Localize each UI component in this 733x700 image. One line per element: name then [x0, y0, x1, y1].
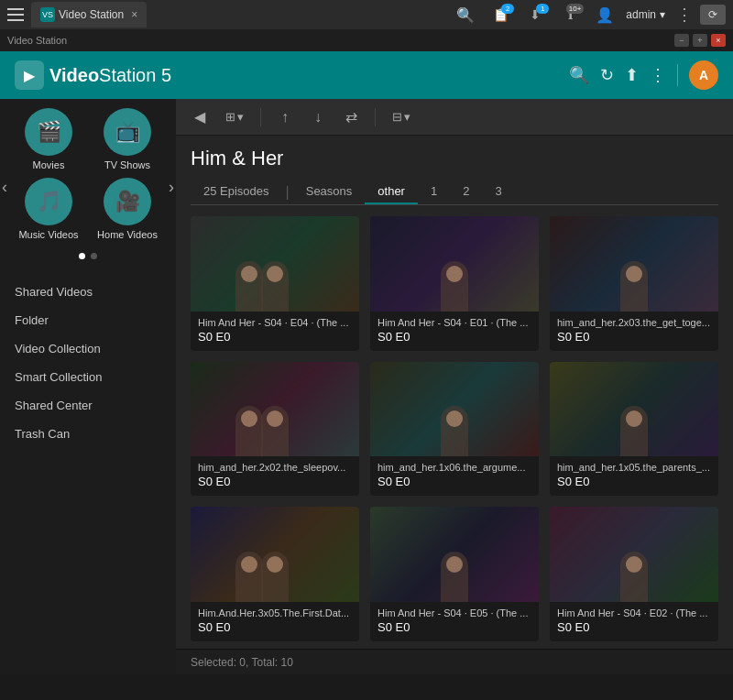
- video-name: Him.And.Her.3x05.The.First.Dat...: [198, 607, 352, 618]
- app-header-actions: 🔍 ↻ ⬆ ⋮ A: [569, 60, 718, 90]
- video-card[interactable]: him_and_her.2x03.the_get_toge...S0 E0: [550, 216, 718, 351]
- app-header: ▶ VideoStation 5 🔍 ↻ ⬆ ⋮ A: [0, 51, 733, 99]
- os-search-button[interactable]: 🔍: [452, 4, 479, 26]
- minimize-button[interactable]: −: [674, 34, 689, 47]
- video-info: Him And Her - S04 · E02 · (The ...S0 E0: [550, 602, 718, 641]
- video-episode: S0 E0: [557, 330, 711, 344]
- sidebar-dots: [79, 253, 97, 259]
- os-more-button[interactable]: ⋮: [676, 5, 693, 25]
- video-info: Him And Her - S04 · E04 · (The ...S0 E0: [191, 312, 359, 351]
- close-button[interactable]: ×: [711, 34, 726, 47]
- header-user-avatar[interactable]: A: [689, 60, 718, 90]
- sidebar-video-collection[interactable]: Video Collection: [0, 334, 176, 363]
- tab-season-1[interactable]: 1: [418, 180, 450, 204]
- sidebar-folder[interactable]: Folder: [0, 306, 176, 334]
- video-thumbnail: [550, 362, 718, 457]
- view-mode-button[interactable]: ⊟ ▾: [387, 107, 416, 126]
- video-info: Him And Her - S04 · E05 · (The ...S0 E0: [370, 602, 539, 641]
- hamburger-menu[interactable]: [7, 8, 24, 21]
- os-user-icon[interactable]: 👤: [591, 4, 618, 26]
- status-bar: Selected: 0, Total: 10: [176, 649, 733, 674]
- sidebar-item-movies[interactable]: 🎬 Movies: [16, 108, 81, 170]
- header-upload-button[interactable]: ⬆: [625, 65, 639, 85]
- dot-1: [79, 253, 85, 259]
- toolbar: ◀ ⊞ ▾ ↑ ↓ ⇄ ⊟ ▾: [176, 99, 733, 136]
- music-videos-icon: 🎵: [25, 178, 72, 225]
- video-card[interactable]: Him And Her - S04 · E01 · (The ...S0 E0: [370, 216, 539, 351]
- header-more-button[interactable]: ⋮: [650, 65, 666, 85]
- video-episode: S0 E0: [557, 475, 711, 488]
- video-thumbnail: [191, 362, 359, 457]
- app-tab[interactable]: VS Video Station ×: [31, 2, 147, 27]
- tab-season-2[interactable]: 2: [450, 180, 482, 204]
- sidebar-shared-videos[interactable]: Shared Videos: [0, 278, 176, 306]
- content-header: Him & Her 25 Episodes | Seasons other 1 …: [176, 136, 733, 205]
- synology-button[interactable]: ⟳: [700, 5, 726, 25]
- sidebar-prev-button[interactable]: ‹: [2, 177, 7, 196]
- video-info: Him And Her - S04 · E01 · (The ...S0 E0: [370, 312, 539, 351]
- video-card[interactable]: him_and_her.1x05.the_parents_...S0 E0: [550, 362, 718, 497]
- toolbar-separator-1: [260, 108, 261, 126]
- status-text: Selected: 0, Total: 10: [191, 656, 293, 669]
- video-card[interactable]: Him And Her - S04 · E02 · (The ...S0 E0: [550, 507, 718, 641]
- back-button[interactable]: ◀: [187, 104, 213, 130]
- header-divider: [677, 64, 678, 86]
- os-notification-1[interactable]: 📋 2: [487, 4, 514, 26]
- grid-dropdown-icon: ▾: [237, 110, 244, 124]
- video-card[interactable]: Him And Her - S04 · E05 · (The ...S0 E0: [370, 507, 539, 641]
- os-bar: VS Video Station × 🔍 📋 2 ⬇ 1 ℹ 10+ 👤 adm…: [0, 0, 733, 29]
- tab-close-button[interactable]: ×: [131, 8, 137, 21]
- sidebar-smart-collection[interactable]: Smart Collection: [0, 363, 176, 391]
- os-notification-2[interactable]: ⬇ 1: [521, 4, 549, 26]
- sidebar-icon-row-2: 🎵 Music Videos 🎥 Home Videos: [16, 178, 159, 240]
- video-thumbnail: [191, 216, 359, 312]
- sidebar-item-tv-shows[interactable]: 📺 TV Shows: [95, 108, 159, 170]
- video-info: him_and_her.1x06.the_argume...S0 E0: [370, 456, 539, 496]
- tab-seasons[interactable]: Seasons: [293, 180, 366, 204]
- grid-icon: ⊞: [225, 110, 235, 124]
- header-refresh-button[interactable]: ↻: [600, 65, 614, 85]
- video-info: him_and_her.1x05.the_parents_...S0 E0: [550, 456, 718, 496]
- video-card[interactable]: Him.And.Her.3x05.The.First.Dat...S0 E0: [191, 507, 359, 641]
- os-user-label[interactable]: admin ▾: [626, 8, 665, 21]
- video-episode: S0 E0: [377, 620, 531, 634]
- maximize-button[interactable]: +: [693, 34, 707, 47]
- sidebar-item-music-videos[interactable]: 🎵 Music Videos: [16, 178, 81, 240]
- video-episode: S0 E0: [377, 330, 531, 344]
- sidebar-shared-center[interactable]: Shared Center: [0, 391, 176, 420]
- tab-other[interactable]: other: [365, 180, 418, 204]
- tab-season-3[interactable]: 3: [482, 180, 514, 204]
- sort-asc-button[interactable]: ↑: [272, 104, 298, 130]
- video-name: Him And Her - S04 · E04 · (The ...: [198, 317, 352, 328]
- grid-view-button[interactable]: ⊞ ▾: [220, 107, 249, 126]
- os-notification-3[interactable]: ℹ 10+: [556, 4, 584, 26]
- tab-episodes[interactable]: 25 Episodes: [191, 180, 282, 204]
- movies-icon: 🎬: [25, 108, 72, 156]
- video-episode: S0 E0: [198, 475, 352, 488]
- video-card[interactable]: Him And Her - S04 · E04 · (The ...S0 E0: [191, 216, 359, 351]
- home-videos-icon: 🎥: [104, 178, 151, 225]
- main-layout: ‹ 🎬 Movies 📺 TV Shows 🎵 Music Videos 🎥: [0, 99, 733, 674]
- movies-label: Movies: [33, 159, 65, 170]
- username-label: admin: [626, 8, 656, 21]
- sort-desc-button[interactable]: ↓: [305, 104, 331, 130]
- video-name: him_and_her.1x06.the_argume...: [377, 462, 531, 473]
- shuffle-button[interactable]: ⇄: [338, 104, 364, 130]
- toolbar-separator-2: [375, 108, 376, 126]
- video-thumbnail: [550, 216, 718, 312]
- video-grid: Him And Her - S04 · E04 · (The ...S0 E0H…: [191, 216, 718, 649]
- video-card[interactable]: him_and_her.1x06.the_argume...S0 E0: [370, 362, 539, 497]
- sidebar-trash-can[interactable]: Trash Can: [0, 420, 176, 448]
- app-logo-icon: ▶: [15, 60, 44, 90]
- video-card[interactable]: him_and_her.2x02.the_sleepov...S0 E0: [191, 362, 359, 497]
- content-title: Him & Her: [191, 147, 718, 170]
- user-dropdown-icon: ▾: [660, 8, 665, 21]
- video-thumbnail: [191, 507, 359, 602]
- view-dropdown-icon: ▾: [404, 110, 410, 124]
- header-search-button[interactable]: 🔍: [569, 65, 589, 85]
- sidebar-item-home-videos[interactable]: 🎥 Home Videos: [95, 178, 159, 240]
- window-controls: − + ×: [674, 34, 726, 47]
- video-name: Him And Her - S04 · E05 · (The ...: [377, 607, 531, 618]
- sidebar-next-button[interactable]: ›: [169, 177, 174, 196]
- video-episode: S0 E0: [557, 620, 711, 634]
